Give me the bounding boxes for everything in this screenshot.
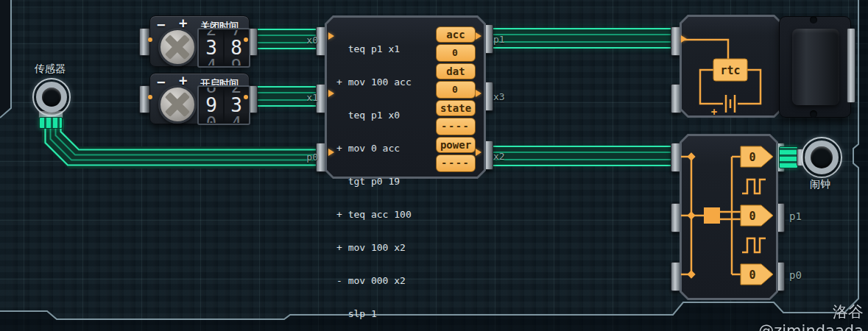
code-line[interactable]: teq p1 x1 [336, 43, 412, 54]
register-value: ---- [436, 118, 476, 135]
register-value: ---- [436, 154, 476, 172]
register-name: state [436, 100, 476, 116]
dial2-digit-ones: 2 3 4 [225, 88, 248, 123]
wire-x2[interactable] [490, 146, 676, 166]
wire-label-p1: p1 [493, 34, 505, 45]
screw-notch-icon [810, 110, 817, 118]
pin-indicator-dot [148, 38, 152, 42]
alarm-label: 闹钟 [802, 178, 838, 191]
digit-below: 0 [200, 113, 223, 123]
register-name: power [436, 137, 476, 153]
dial1-digit-display: 2 3 4 7 8 9 [197, 28, 250, 68]
wire-label-x0: x0 [292, 35, 318, 46]
pin-arrow-icon [476, 90, 481, 97]
logic-pin-label-p0: p0 [789, 269, 802, 281]
sensor-connector [39, 117, 63, 129]
digit-below: 4 [200, 56, 223, 65]
pin-arrow-icon [476, 32, 481, 40]
pin-arrow-icon [681, 35, 687, 43]
register-acc: acc 0 [436, 26, 476, 62]
rtc-module[interactable] [680, 15, 783, 118]
pin-indicator-dot [244, 38, 248, 42]
code-line[interactable]: tgt p0 19 [336, 176, 412, 187]
dial2-digit-tens: 8 9 0 [200, 88, 223, 123]
dial1-digit-tens: 2 3 4 [200, 30, 223, 65]
code-line[interactable]: + teq acc 100 [336, 209, 412, 220]
dial1-minus-button[interactable]: − [157, 17, 165, 32]
dial-open-time[interactable]: − + 开启时间 8 9 0 2 3 4 [149, 73, 250, 124]
alarm-ring-inner [805, 140, 839, 174]
digit-below: 4 [225, 113, 248, 123]
register-value: 0 [436, 44, 476, 62]
battery-clip [847, 28, 855, 103]
dial2-digit-display: 8 9 0 2 3 4 [197, 85, 250, 125]
dial-close-time[interactable]: − + 关闭时间 2 3 4 7 8 9 [149, 15, 250, 67]
sensor-ring-inner [36, 82, 67, 113]
wire-label-x3: x3 [493, 91, 505, 102]
pin-arrow-icon [328, 32, 334, 40]
battery-cylinder [792, 29, 839, 105]
alarm-ring[interactable] [801, 137, 842, 178]
wire-label-x1: x1 [292, 92, 318, 103]
register-name: dat [436, 63, 476, 79]
dial1-left-pin[interactable] [139, 28, 150, 56]
dial2-left-pin[interactable] [139, 85, 150, 113]
pin-indicator-dot [244, 95, 248, 99]
pin-arrow-icon [476, 149, 481, 156]
code-line[interactable]: + mov 0 acc [336, 143, 412, 154]
pin-arrow-icon [328, 149, 334, 156]
dial1-knob[interactable] [158, 28, 197, 66]
logic-expander-body [682, 136, 776, 298]
logic-pin-label-p1: p1 [789, 210, 802, 222]
rtc-battery-holder [779, 16, 851, 118]
logic-expander[interactable] [680, 134, 778, 300]
dial2-knob[interactable] [158, 85, 197, 124]
register-state: state ---- [436, 100, 476, 135]
register-power: power ---- [436, 137, 476, 172]
wire-label-x2: x2 [493, 151, 505, 162]
code-line[interactable]: teq p1 x0 [336, 110, 412, 121]
mc-code-editor[interactable]: teq p1 x1 + mov 100 acc teq p1 x0 + mov … [336, 21, 412, 331]
digit-below: 9 [225, 56, 248, 65]
wire-label-p0: p0 [292, 152, 318, 163]
rtc-module-body [682, 17, 780, 115]
pin-arrow-icon [328, 90, 334, 97]
register-dat: dat 0 [436, 63, 476, 99]
register-name: acc [436, 26, 476, 43]
alarm-connector [779, 146, 798, 168]
dial1-digit-ones: 7 8 9 [225, 30, 248, 65]
watermark: 洛谷@zimindaada [731, 302, 864, 331]
wire-p1[interactable] [490, 28, 676, 49]
code-line[interactable]: slp 1 [336, 308, 412, 319]
sensor-ring[interactable] [32, 78, 71, 116]
code-line[interactable]: + mov 100 x2 [336, 242, 412, 253]
code-line[interactable]: - mov 000 x2 [336, 275, 412, 286]
dial2-minus-button[interactable]: − [157, 74, 165, 89]
code-line[interactable]: + mov 100 acc [336, 76, 412, 88]
register-value: 0 [436, 81, 476, 99]
screw-notch-icon [810, 16, 817, 24]
circuit-board: − + 关闭时间 2 3 4 7 8 9 − + 开启时间 8 9 0 [0, 0, 868, 331]
pin-indicator-dot [148, 95, 152, 99]
sensor-label: 传感器 [29, 63, 71, 76]
